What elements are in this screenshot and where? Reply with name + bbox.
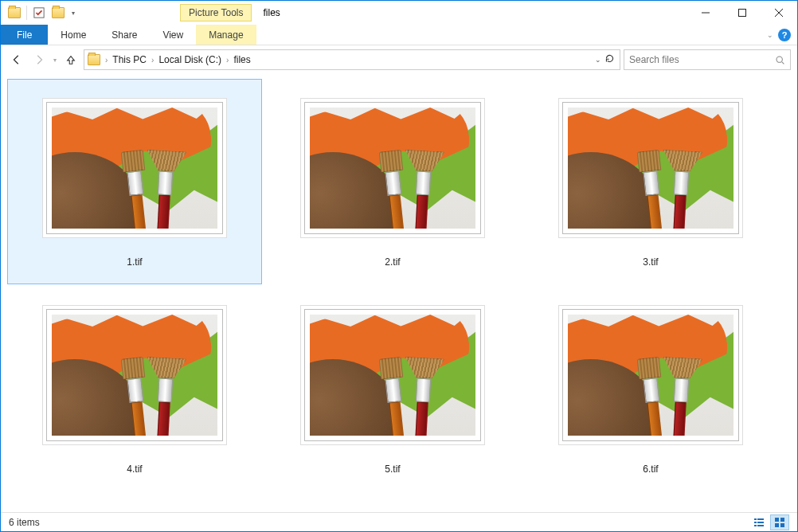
chevron-right-icon[interactable]: › [225,56,230,65]
tab-manage[interactable]: Manage [196,25,256,45]
svg-rect-14 [780,518,784,522]
svg-rect-10 [757,522,764,523]
thumbnails-view-button[interactable] [770,514,789,530]
address-bar: ▾ › This PC › Local Disk (C:) › files ⌄ … [1,45,797,74]
tab-home[interactable]: Home [48,25,99,45]
chevron-right-icon[interactable]: › [150,56,155,65]
svg-rect-13 [775,518,779,522]
window-controls [687,1,797,25]
svg-rect-12 [757,525,764,526]
svg-rect-9 [754,522,757,523]
file-item[interactable]: 3.tif [523,79,778,284]
status-bar: 6 items [1,512,797,531]
close-button[interactable] [761,1,797,25]
refresh-icon[interactable] [604,53,615,66]
chevron-right-icon[interactable]: › [104,56,109,65]
help-icon[interactable]: ? [778,29,791,41]
properties-icon[interactable] [30,4,48,22]
tab-share[interactable]: Share [99,25,150,45]
file-name: 1.tif [127,256,142,268]
search-icon [775,55,785,65]
breadcrumb[interactable]: › This PC › Local Disk (C:) › files ⌄ [84,49,620,70]
tab-file[interactable]: File [1,25,48,45]
tab-view[interactable]: View [150,25,196,45]
file-thumbnail [304,309,481,441]
file-list[interactable]: 1.tif 2.tif 3.tif [1,74,797,512]
file-name: 6.tif [643,464,658,475]
svg-rect-8 [757,518,764,520]
file-thumbnail [304,102,481,234]
separator [26,6,27,20]
breadcrumb-segment[interactable]: Local Disk (C:) [155,54,225,65]
contextual-tools-header: Picture Tools [180,4,252,22]
file-item[interactable]: 4.tif [7,286,262,491]
file-name: 4.tif [127,464,142,475]
svg-rect-16 [780,523,784,527]
folder-icon [88,54,100,65]
item-count: 6 items [9,517,40,528]
ribbon-collapse-icon[interactable]: ⌄ [767,31,773,39]
minimize-button[interactable] [687,1,724,25]
breadcrumb-dropdown-icon[interactable]: ⌄ [595,56,601,64]
new-folder-icon[interactable] [49,4,67,22]
svg-line-6 [782,61,784,63]
file-name: 3.tif [643,256,658,268]
quick-access-toolbar: ▾ [1,4,78,22]
title-bar: ▾ Picture Tools files [1,1,797,25]
file-thumbnail [562,309,739,441]
breadcrumb-segment[interactable]: files [230,54,253,65]
file-thumbnail [562,102,739,234]
svg-rect-11 [754,525,757,526]
svg-point-5 [776,57,782,62]
file-item[interactable]: 5.tif [265,286,520,491]
file-item[interactable]: 1.tif [7,79,262,284]
up-button[interactable] [61,50,80,69]
svg-rect-2 [739,10,746,17]
ribbon-tabs: File Home Share View Manage ⌄ ? [1,25,797,45]
svg-rect-7 [754,518,757,520]
folder-icon[interactable] [6,4,23,22]
details-view-button[interactable] [749,514,769,530]
file-name: 5.tif [385,464,400,475]
window-title: files [263,7,280,18]
file-name: 2.tif [385,256,400,268]
search-input[interactable]: Search files [624,49,791,70]
maximize-button[interactable] [724,1,761,25]
qat-dropdown-icon[interactable]: ▾ [68,10,78,17]
back-button[interactable] [7,50,26,69]
file-thumbnail [46,102,223,234]
file-item[interactable]: 2.tif [265,79,520,284]
file-thumbnail [46,309,223,441]
forward-button[interactable] [29,50,49,69]
file-item[interactable]: 6.tif [523,286,778,491]
search-placeholder: Search files [629,54,775,65]
history-dropdown-icon[interactable]: ▾ [52,57,58,64]
svg-rect-15 [775,523,779,527]
breadcrumb-segment[interactable]: This PC [109,54,150,65]
